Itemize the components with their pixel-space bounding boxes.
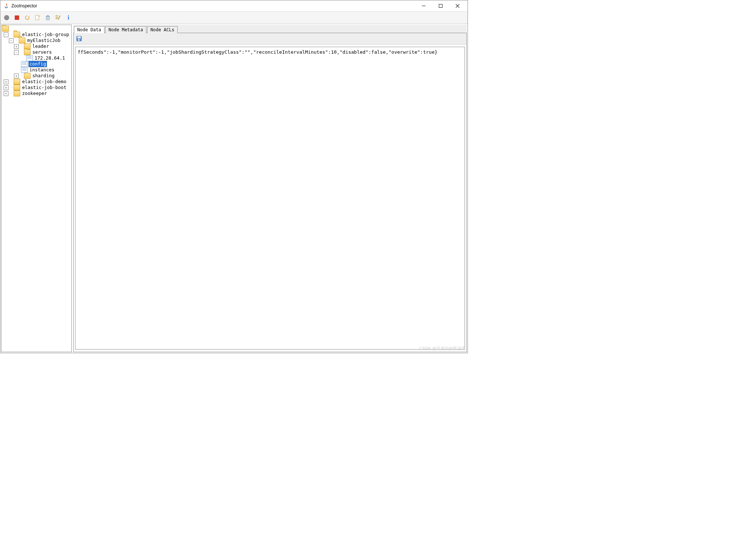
tree-label: instances bbox=[29, 67, 55, 73]
titlebar: ZooInspector bbox=[0, 0, 468, 12]
tree-node-elastic-job-demo[interactable]: + · elastic-job-demo bbox=[1, 79, 71, 85]
svg-rect-11 bbox=[56, 15, 58, 16]
tree-label: elastic-job-demo bbox=[21, 79, 67, 85]
tree-label: 172.28.64.1 bbox=[34, 55, 66, 61]
refresh-button[interactable] bbox=[23, 14, 31, 22]
expand-toggle[interactable]: + bbox=[4, 91, 8, 96]
file-icon bbox=[21, 67, 28, 73]
collapse-toggle[interactable]: – bbox=[14, 50, 19, 55]
expand-toggle[interactable]: + bbox=[4, 79, 8, 84]
minimize-button[interactable] bbox=[415, 0, 432, 11]
tree-node-myElasticJob[interactable]: – · myElasticJob bbox=[1, 38, 71, 43]
svg-line-3 bbox=[456, 4, 459, 8]
collapse-toggle[interactable]: – bbox=[4, 32, 8, 37]
folder-icon bbox=[14, 79, 20, 85]
svg-rect-1 bbox=[439, 4, 442, 8]
tree-node-config[interactable]: config bbox=[1, 61, 71, 67]
content-area: ffSeconds":-1,"monitorPort":-1,"jobShard… bbox=[73, 45, 467, 352]
maximize-button[interactable] bbox=[432, 0, 449, 11]
info-icon: i bbox=[68, 14, 69, 21]
folder-open-icon bbox=[2, 26, 9, 32]
tree-node-zookeeper[interactable]: + · zookeeper bbox=[1, 91, 71, 96]
delete-node-button[interactable] bbox=[44, 14, 52, 22]
tree-label: elastic-job-group bbox=[21, 32, 70, 38]
tree-node-ip[interactable]: 172.28.64.1 bbox=[1, 55, 71, 61]
content-pane: Node Data Node Metadata Node ACLs ffSeco… bbox=[73, 25, 467, 352]
save-button[interactable] bbox=[75, 35, 83, 43]
info-button[interactable]: i bbox=[64, 14, 72, 22]
tab-node-acls[interactable]: Node ACLs bbox=[147, 26, 178, 33]
folder-icon bbox=[14, 91, 20, 96]
tree-node-leader[interactable]: + · leader bbox=[1, 43, 71, 49]
edit-icon bbox=[55, 15, 61, 21]
node-data-text[interactable]: ffSeconds":-1,"monitorPort":-1,"jobShard… bbox=[75, 47, 465, 350]
folder-icon bbox=[14, 85, 20, 91]
tree-label: leader bbox=[32, 43, 50, 49]
svg-rect-15 bbox=[78, 36, 81, 38]
tree: – · elastic-job-group – · myElasticJob +… bbox=[1, 26, 71, 96]
tree-label: elastic-job-boot bbox=[21, 85, 67, 91]
tree-node-elastic-job-boot[interactable]: + · elastic-job-boot bbox=[1, 85, 71, 91]
expand-toggle[interactable]: + bbox=[14, 74, 19, 78]
file-icon bbox=[26, 55, 33, 61]
svg-rect-4 bbox=[36, 15, 39, 20]
collapse-toggle[interactable]: – bbox=[9, 38, 14, 43]
folder-icon bbox=[24, 73, 31, 79]
expand-toggle[interactable]: + bbox=[4, 85, 8, 90]
body: – · elastic-job-group – · myElasticJob +… bbox=[0, 24, 468, 353]
folder-open-icon bbox=[24, 49, 31, 55]
app-window: ZooInspector i bbox=[0, 0, 468, 353]
save-icon bbox=[76, 36, 82, 42]
new-node-icon bbox=[35, 15, 40, 21]
content-toolbar bbox=[73, 33, 467, 45]
svg-rect-17 bbox=[79, 39, 80, 40]
watermark: CSDN @只因为你而温柔 bbox=[419, 346, 465, 351]
tree-node-elastic-job-group[interactable]: – · elastic-job-group bbox=[1, 32, 71, 38]
stop-icon bbox=[15, 15, 19, 20]
tree-label: servers bbox=[32, 49, 53, 55]
window-title: ZooInspector bbox=[11, 3, 37, 8]
tree-root[interactable] bbox=[1, 26, 71, 32]
new-node-button[interactable] bbox=[33, 14, 42, 22]
connect-button[interactable] bbox=[3, 14, 11, 22]
disconnect-button[interactable] bbox=[13, 14, 21, 22]
svg-rect-12 bbox=[56, 17, 58, 18]
folder-open-icon bbox=[19, 38, 25, 43]
close-button[interactable] bbox=[449, 0, 466, 11]
tree-label: zookeeper bbox=[21, 91, 48, 96]
file-icon bbox=[21, 61, 28, 67]
tree-label-selected: config bbox=[29, 61, 47, 67]
tab-node-metadata[interactable]: Node Metadata bbox=[105, 26, 146, 33]
expand-toggle[interactable]: + bbox=[14, 44, 19, 49]
svg-rect-6 bbox=[46, 16, 50, 17]
tree-label: sharding bbox=[32, 73, 55, 79]
tree-node-servers[interactable]: – · servers bbox=[1, 49, 71, 55]
edit-watches-button[interactable] bbox=[54, 14, 62, 22]
refresh-icon bbox=[24, 15, 30, 21]
trash-icon bbox=[45, 15, 51, 21]
tab-node-data[interactable]: Node Data bbox=[74, 26, 104, 33]
svg-line-2 bbox=[456, 4, 459, 8]
java-icon bbox=[3, 3, 9, 9]
tree-node-sharding[interactable]: + · sharding bbox=[1, 73, 71, 79]
tree-label: myElasticJob bbox=[26, 38, 61, 43]
svg-rect-13 bbox=[56, 18, 58, 19]
circle-icon bbox=[4, 15, 9, 20]
tree-node-instances[interactable]: instances bbox=[1, 67, 71, 73]
svg-rect-7 bbox=[47, 15, 49, 16]
tree-pane[interactable]: – · elastic-job-group – · myElasticJob +… bbox=[1, 25, 72, 352]
toolbar: i bbox=[0, 12, 468, 24]
tabs: Node Data Node Metadata Node ACLs bbox=[73, 25, 467, 33]
